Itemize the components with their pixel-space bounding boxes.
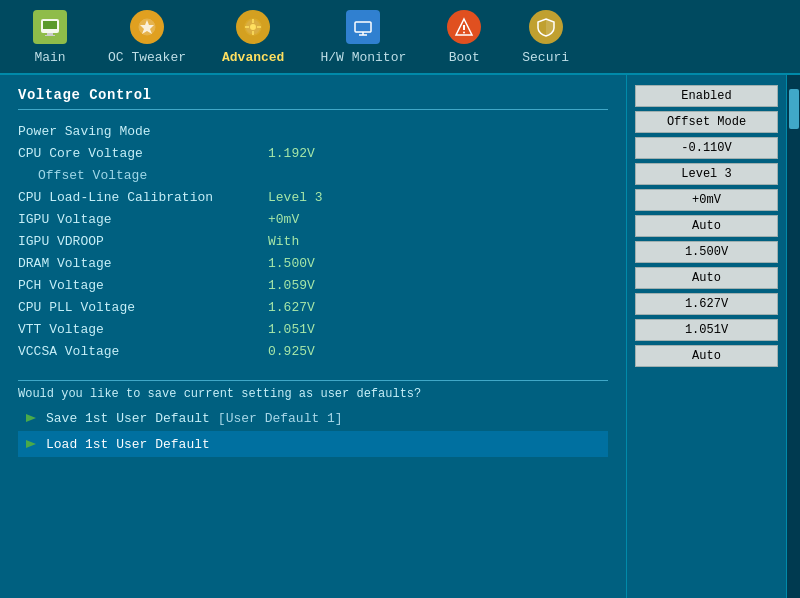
svg-marker-19 (20, 414, 36, 422)
section-title: Voltage Control (18, 87, 608, 103)
scrollbar[interactable] (786, 75, 800, 598)
nav-item-security[interactable]: Securi (504, 3, 587, 70)
label-offset-voltage: Offset Voltage (18, 168, 258, 183)
svg-rect-3 (45, 35, 55, 36)
right-panel: Enabled Offset Mode -0.110V Level 3 +0mV… (626, 75, 786, 598)
label-cpu-llc: CPU Load-Line Calibration (18, 190, 258, 205)
nav-label-main: Main (34, 50, 65, 65)
label-igpu-vdroop: IGPU VDROOP (18, 234, 258, 249)
main-icon (31, 8, 69, 46)
label-cpu-core: CPU Core Voltage (18, 146, 258, 161)
setting-row-offset-voltage[interactable]: Offset Voltage (18, 164, 608, 186)
save-default-button[interactable]: Save 1st User Default [User Default 1] (18, 405, 608, 431)
option-enabled[interactable]: Enabled (635, 85, 778, 107)
svg-marker-20 (20, 440, 36, 448)
setting-row-igpu-vdroop[interactable]: IGPU VDROOP With (18, 230, 608, 252)
option-vtt-val[interactable]: 1.051V (635, 319, 778, 341)
nav-item-boot[interactable]: Boot (424, 3, 504, 70)
nav-item-hw[interactable]: H/W Monitor (302, 3, 424, 70)
save-icon (18, 408, 38, 428)
nav-label-oc: OC Tweaker (108, 50, 186, 65)
svg-rect-13 (357, 24, 369, 30)
option-auto-pch[interactable]: Auto (635, 267, 778, 289)
label-pch: PCH Voltage (18, 278, 258, 293)
hw-icon (344, 8, 382, 46)
nav-item-advanced[interactable]: Advanced (204, 3, 302, 70)
nav-bar: Main OC Tweaker Advanced H/W Monitor (0, 0, 800, 75)
bottom-question: Would you like to save current setting a… (18, 387, 608, 401)
section-divider (18, 109, 608, 110)
svg-point-18 (463, 32, 465, 34)
svg-rect-1 (43, 21, 57, 29)
nav-item-oc[interactable]: OC Tweaker (90, 3, 204, 70)
value-cpu-llc: Level 3 (268, 190, 323, 205)
option-auto-vccsa[interactable]: Auto (635, 345, 778, 367)
save-bracket: [User Default 1] (218, 411, 343, 426)
scroll-thumb[interactable] (789, 89, 799, 129)
label-dram: DRAM Voltage (18, 256, 258, 271)
svg-rect-2 (47, 33, 53, 35)
main-content: Voltage Control Power Saving Mode CPU Co… (0, 75, 800, 598)
value-vtt: 1.051V (268, 322, 315, 337)
left-panel: Voltage Control Power Saving Mode CPU Co… (0, 75, 626, 598)
svg-point-7 (250, 24, 256, 30)
label-igpu-voltage: IGPU Voltage (18, 212, 258, 227)
oc-icon (128, 8, 166, 46)
load-icon (18, 434, 38, 454)
nav-item-main[interactable]: Main (10, 3, 90, 70)
setting-row-vtt[interactable]: VTT Voltage 1.051V (18, 318, 608, 340)
option-dram-val[interactable]: 1.500V (635, 241, 778, 263)
label-cpu-pll: CPU PLL Voltage (18, 300, 258, 315)
value-igpu-voltage: +0mV (268, 212, 299, 227)
sec-icon (527, 8, 565, 46)
value-vccsa: 0.925V (268, 344, 315, 359)
value-dram: 1.500V (268, 256, 315, 271)
label-power-saving: Power Saving Mode (18, 124, 258, 139)
setting-row-cpu-core[interactable]: CPU Core Voltage 1.192V (18, 142, 608, 164)
value-cpu-pll: 1.627V (268, 300, 315, 315)
option-offset-val[interactable]: -0.110V (635, 137, 778, 159)
label-vtt: VTT Voltage (18, 322, 258, 337)
setting-row-vccsa[interactable]: VCCSA Voltage 0.925V (18, 340, 608, 362)
setting-row-cpu-llc[interactable]: CPU Load-Line Calibration Level 3 (18, 186, 608, 208)
setting-row-power-saving[interactable]: Power Saving Mode (18, 120, 608, 142)
option-auto-vdroop[interactable]: Auto (635, 215, 778, 237)
load-label: Load 1st User Default (46, 437, 210, 452)
option-cpu-pll-val[interactable]: 1.627V (635, 293, 778, 315)
value-pch: 1.059V (268, 278, 315, 293)
label-vccsa: VCCSA Voltage (18, 344, 258, 359)
boot-icon (445, 8, 483, 46)
setting-row-cpu-pll[interactable]: CPU PLL Voltage 1.627V (18, 296, 608, 318)
load-default-button[interactable]: Load 1st User Default (18, 431, 608, 457)
nav-label-hw: H/W Monitor (320, 50, 406, 65)
value-igpu-vdroop: With (268, 234, 299, 249)
save-label: Save 1st User Default (46, 411, 210, 426)
adv-icon (234, 8, 272, 46)
nav-label-security: Securi (522, 50, 569, 65)
nav-label-boot: Boot (449, 50, 480, 65)
nav-label-advanced: Advanced (222, 50, 284, 65)
setting-row-pch[interactable]: PCH Voltage 1.059V (18, 274, 608, 296)
option-level3[interactable]: Level 3 (635, 163, 778, 185)
setting-row-igpu-voltage[interactable]: IGPU Voltage +0mV (18, 208, 608, 230)
value-cpu-core: 1.192V (268, 146, 315, 161)
option-offset-mode[interactable]: Offset Mode (635, 111, 778, 133)
option-igpu-val[interactable]: +0mV (635, 189, 778, 211)
setting-row-dram[interactable]: DRAM Voltage 1.500V (18, 252, 608, 274)
